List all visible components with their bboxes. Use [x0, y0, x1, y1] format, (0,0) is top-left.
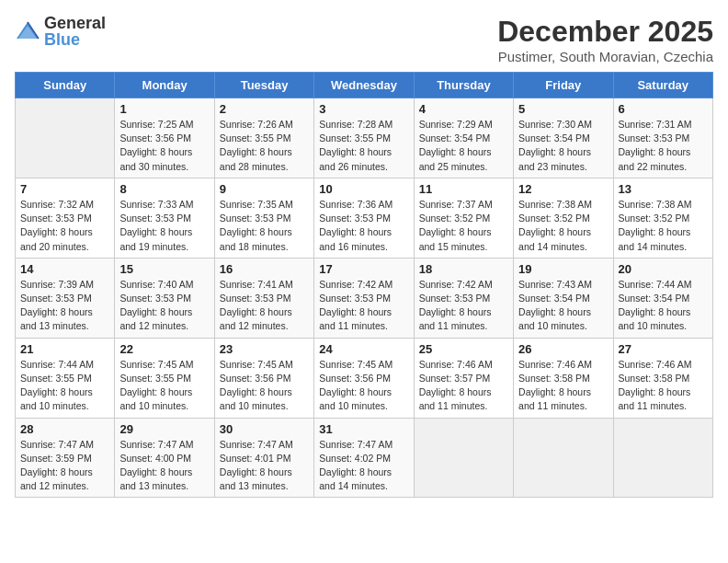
location: Pustimer, South Moravian, Czechia: [497, 49, 713, 64]
calendar-cell: 14Sunrise: 7:39 AM Sunset: 3:53 PM Dayli…: [16, 258, 115, 338]
day-info: Sunrise: 7:30 AM Sunset: 3:54 PM Dayligh…: [518, 118, 608, 174]
calendar-cell: 31Sunrise: 7:47 AM Sunset: 4:02 PM Dayli…: [314, 418, 414, 498]
day-number: 9: [220, 182, 309, 196]
day-number: 27: [619, 342, 708, 356]
calendar-week-row: 1Sunrise: 7:25 AM Sunset: 3:56 PM Daylig…: [16, 98, 713, 178]
day-info: Sunrise: 7:45 AM Sunset: 3:56 PM Dayligh…: [319, 358, 408, 414]
day-number: 29: [119, 422, 209, 436]
day-number: 16: [220, 262, 309, 276]
day-info: Sunrise: 7:38 AM Sunset: 3:52 PM Dayligh…: [518, 198, 608, 254]
day-number: 31: [319, 422, 408, 436]
day-header-tuesday: Tuesday: [214, 73, 313, 98]
day-info: Sunrise: 7:31 AM Sunset: 3:53 PM Dayligh…: [619, 118, 708, 174]
day-info: Sunrise: 7:39 AM Sunset: 3:53 PM Dayligh…: [20, 278, 109, 334]
calendar-cell: [414, 418, 513, 498]
day-number: 10: [319, 182, 408, 196]
day-info: Sunrise: 7:38 AM Sunset: 3:52 PM Dayligh…: [619, 198, 708, 254]
day-number: 20: [619, 262, 708, 276]
day-number: 5: [518, 102, 608, 116]
day-number: 4: [419, 102, 508, 116]
day-number: 1: [119, 102, 209, 116]
day-number: 14: [20, 262, 109, 276]
day-info: Sunrise: 7:32 AM Sunset: 3:53 PM Dayligh…: [20, 198, 109, 254]
day-info: Sunrise: 7:25 AM Sunset: 3:56 PM Dayligh…: [119, 118, 209, 174]
day-info: Sunrise: 7:35 AM Sunset: 3:53 PM Dayligh…: [220, 198, 309, 254]
logo: General Blue: [15, 15, 106, 48]
calendar-cell: 21Sunrise: 7:44 AM Sunset: 3:55 PM Dayli…: [16, 338, 115, 418]
day-info: Sunrise: 7:37 AM Sunset: 3:52 PM Dayligh…: [419, 198, 508, 254]
day-number: 24: [319, 342, 408, 356]
day-number: 28: [20, 422, 109, 436]
day-header-thursday: Thursday: [414, 73, 513, 98]
calendar-header-row: SundayMondayTuesdayWednesdayThursdayFrid…: [16, 73, 713, 98]
calendar-cell: 19Sunrise: 7:43 AM Sunset: 3:54 PM Dayli…: [514, 258, 613, 338]
day-info: Sunrise: 7:47 AM Sunset: 4:01 PM Dayligh…: [220, 438, 309, 494]
calendar-week-row: 7Sunrise: 7:32 AM Sunset: 3:53 PM Daylig…: [16, 178, 713, 258]
calendar-cell: 20Sunrise: 7:44 AM Sunset: 3:54 PM Dayli…: [613, 258, 712, 338]
day-number: 7: [20, 182, 109, 196]
logo-general: General: [44, 14, 106, 32]
calendar-cell: 30Sunrise: 7:47 AM Sunset: 4:01 PM Dayli…: [214, 418, 313, 498]
day-info: Sunrise: 7:46 AM Sunset: 3:58 PM Dayligh…: [619, 358, 708, 414]
calendar-cell: [514, 418, 613, 498]
day-number: 3: [319, 102, 408, 116]
day-number: 17: [319, 262, 408, 276]
month-year: December 2025: [497, 15, 713, 49]
calendar-cell: 13Sunrise: 7:38 AM Sunset: 3:52 PM Dayli…: [613, 178, 712, 258]
calendar-cell: 6Sunrise: 7:31 AM Sunset: 3:53 PM Daylig…: [613, 98, 712, 178]
day-header-monday: Monday: [115, 73, 214, 98]
day-header-friday: Friday: [514, 73, 613, 98]
day-info: Sunrise: 7:43 AM Sunset: 3:54 PM Dayligh…: [518, 278, 608, 334]
day-info: Sunrise: 7:46 AM Sunset: 3:58 PM Dayligh…: [518, 358, 608, 414]
day-number: 25: [419, 342, 508, 356]
day-info: Sunrise: 7:47 AM Sunset: 4:02 PM Dayligh…: [319, 438, 408, 494]
calendar-cell: 28Sunrise: 7:47 AM Sunset: 3:59 PM Dayli…: [16, 418, 115, 498]
day-info: Sunrise: 7:40 AM Sunset: 3:53 PM Dayligh…: [119, 278, 209, 334]
day-info: Sunrise: 7:45 AM Sunset: 3:56 PM Dayligh…: [220, 358, 309, 414]
day-info: Sunrise: 7:26 AM Sunset: 3:55 PM Dayligh…: [220, 118, 309, 174]
day-number: 23: [220, 342, 309, 356]
day-info: Sunrise: 7:47 AM Sunset: 3:59 PM Dayligh…: [20, 438, 109, 494]
calendar-cell: 29Sunrise: 7:47 AM Sunset: 4:00 PM Dayli…: [115, 418, 214, 498]
calendar-cell: [16, 98, 115, 178]
calendar-cell: [613, 418, 712, 498]
calendar-cell: 9Sunrise: 7:35 AM Sunset: 3:53 PM Daylig…: [214, 178, 313, 258]
calendar-cell: 22Sunrise: 7:45 AM Sunset: 3:55 PM Dayli…: [115, 338, 214, 418]
day-info: Sunrise: 7:28 AM Sunset: 3:55 PM Dayligh…: [319, 118, 408, 174]
calendar-table: SundayMondayTuesdayWednesdayThursdayFrid…: [15, 72, 713, 498]
calendar-week-row: 21Sunrise: 7:44 AM Sunset: 3:55 PM Dayli…: [16, 338, 713, 418]
day-number: 18: [419, 262, 508, 276]
day-number: 22: [119, 342, 209, 356]
day-number: 30: [220, 422, 309, 436]
day-number: 21: [20, 342, 109, 356]
day-number: 19: [518, 262, 608, 276]
calendar-week-row: 28Sunrise: 7:47 AM Sunset: 3:59 PM Dayli…: [16, 418, 713, 498]
calendar-cell: 8Sunrise: 7:33 AM Sunset: 3:53 PM Daylig…: [115, 178, 214, 258]
day-info: Sunrise: 7:44 AM Sunset: 3:55 PM Dayligh…: [20, 358, 109, 414]
calendar-cell: 11Sunrise: 7:37 AM Sunset: 3:52 PM Dayli…: [414, 178, 513, 258]
calendar-cell: 4Sunrise: 7:29 AM Sunset: 3:54 PM Daylig…: [414, 98, 513, 178]
calendar-cell: 26Sunrise: 7:46 AM Sunset: 3:58 PM Dayli…: [514, 338, 613, 418]
logo-icon: [15, 18, 40, 44]
calendar-cell: 15Sunrise: 7:40 AM Sunset: 3:53 PM Dayli…: [115, 258, 214, 338]
day-info: Sunrise: 7:44 AM Sunset: 3:54 PM Dayligh…: [619, 278, 708, 334]
calendar-cell: 3Sunrise: 7:28 AM Sunset: 3:55 PM Daylig…: [314, 98, 414, 178]
calendar-cell: 17Sunrise: 7:42 AM Sunset: 3:53 PM Dayli…: [314, 258, 414, 338]
calendar-cell: 25Sunrise: 7:46 AM Sunset: 3:57 PM Dayli…: [414, 338, 513, 418]
calendar-cell: 16Sunrise: 7:41 AM Sunset: 3:53 PM Dayli…: [214, 258, 313, 338]
calendar-cell: 1Sunrise: 7:25 AM Sunset: 3:56 PM Daylig…: [115, 98, 214, 178]
page-header: General Blue December 2025 Pustimer, Sou…: [15, 15, 713, 64]
calendar-cell: 7Sunrise: 7:32 AM Sunset: 3:53 PM Daylig…: [16, 178, 115, 258]
day-number: 15: [119, 262, 209, 276]
day-info: Sunrise: 7:41 AM Sunset: 3:53 PM Dayligh…: [220, 278, 309, 334]
calendar-cell: 23Sunrise: 7:45 AM Sunset: 3:56 PM Dayli…: [214, 338, 313, 418]
day-info: Sunrise: 7:47 AM Sunset: 4:00 PM Dayligh…: [119, 438, 209, 494]
day-header-sunday: Sunday: [16, 73, 115, 98]
day-number: 8: [119, 182, 209, 196]
calendar-cell: 10Sunrise: 7:36 AM Sunset: 3:53 PM Dayli…: [314, 178, 414, 258]
day-info: Sunrise: 7:42 AM Sunset: 3:53 PM Dayligh…: [419, 278, 508, 334]
day-info: Sunrise: 7:33 AM Sunset: 3:53 PM Dayligh…: [119, 198, 209, 254]
day-number: 6: [619, 102, 708, 116]
day-number: 2: [220, 102, 309, 116]
day-number: 13: [619, 182, 708, 196]
